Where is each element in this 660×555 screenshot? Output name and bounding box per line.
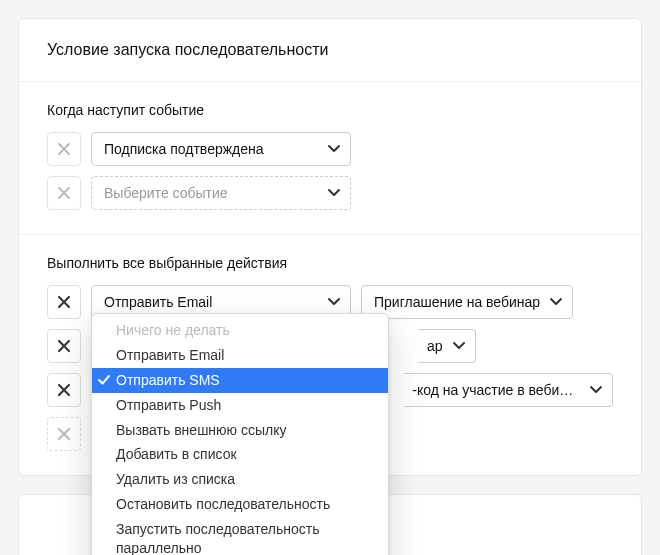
- dropdown-item[interactable]: Остановить последовательность: [92, 492, 388, 517]
- chevron-down-icon: [590, 384, 602, 396]
- close-icon: [58, 187, 70, 199]
- event-row: Выберите событие: [47, 176, 613, 210]
- dropdown-item[interactable]: Отправить Push: [92, 393, 388, 418]
- event-select[interactable]: Подписка подтверждена: [91, 132, 351, 166]
- dropdown-item-label: Запустить последовательность параллельно: [116, 520, 376, 555]
- dropdown-item[interactable]: Запустить последовательность параллельно: [92, 517, 388, 555]
- action-target-label: -код на участие в вебинаре: [412, 382, 580, 398]
- dropdown-item-label: Добавить в список: [116, 445, 237, 464]
- action-target-select[interactable]: -код на участие в вебинаре: [404, 373, 613, 407]
- action-type-dropdown[interactable]: Ничего не делать Отправить Email Отправи…: [91, 313, 389, 555]
- close-icon: [58, 384, 70, 396]
- remove-action-button[interactable]: [47, 373, 81, 407]
- check-icon: [98, 374, 110, 386]
- dropdown-item[interactable]: Удалить из списка: [92, 467, 388, 492]
- event-select-label: Подписка подтверждена: [104, 141, 318, 157]
- add-action-placeholder[interactable]: [47, 417, 81, 451]
- close-icon: [58, 428, 70, 440]
- event-select-placeholder-label: Выберите событие: [104, 185, 318, 201]
- chevron-down-icon: [328, 143, 340, 155]
- actions-section-title: Выполнить все выбранные действия: [47, 255, 613, 271]
- event-section-title: Когда наступит событие: [47, 102, 613, 118]
- remove-event-button[interactable]: [47, 132, 81, 166]
- action-target-select[interactable]: ар: [419, 329, 476, 363]
- dropdown-item-label: Удалить из списка: [116, 470, 235, 489]
- action-target-select[interactable]: Приглашение на вебинар: [361, 285, 573, 319]
- close-icon: [58, 143, 70, 155]
- close-icon: [58, 296, 70, 308]
- event-select-placeholder[interactable]: Выберите событие: [91, 176, 351, 210]
- chevron-down-icon: [328, 187, 340, 199]
- action-target-label: ар: [427, 338, 443, 354]
- action-target-label: Приглашение на вебинар: [374, 294, 540, 310]
- dropdown-item-label: Ничего не делать: [116, 321, 230, 340]
- remove-action-button[interactable]: [47, 285, 81, 319]
- remove-event-button[interactable]: [47, 176, 81, 210]
- dropdown-item-label: Отправить Push: [116, 396, 221, 415]
- remove-action-button[interactable]: [47, 329, 81, 363]
- dropdown-item[interactable]: Отправить Email: [92, 343, 388, 368]
- event-row: Подписка подтверждена: [47, 132, 613, 166]
- dropdown-item: Ничего не делать: [92, 318, 388, 343]
- chevron-down-icon: [550, 296, 562, 308]
- dropdown-item[interactable]: Вызвать внешнюю ссылку: [92, 418, 388, 443]
- close-icon: [58, 340, 70, 352]
- dropdown-item-label: Остановить последовательность: [116, 495, 330, 514]
- chevron-down-icon: [453, 340, 465, 352]
- dropdown-item[interactable]: Отправить SMS: [92, 368, 388, 393]
- event-section: Когда наступит событие Подписка подтверж…: [19, 82, 641, 235]
- action-type-label: Отправить Email: [104, 294, 318, 310]
- dropdown-item[interactable]: Добавить в список: [92, 442, 388, 467]
- dropdown-item-label: Отправить SMS: [116, 371, 220, 390]
- chevron-down-icon: [328, 296, 340, 308]
- card-title: Условие запуска последовательности: [19, 19, 641, 82]
- dropdown-item-label: Отправить Email: [116, 346, 224, 365]
- dropdown-item-label: Вызвать внешнюю ссылку: [116, 421, 287, 440]
